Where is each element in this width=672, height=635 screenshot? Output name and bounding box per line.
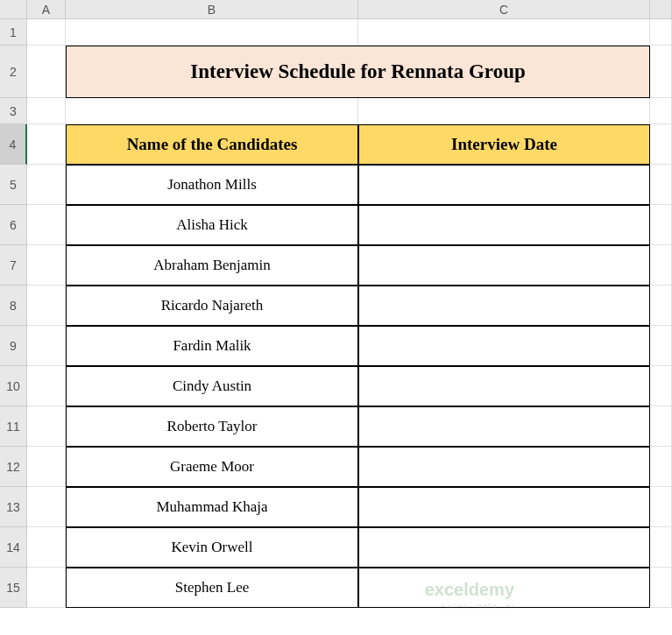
select-all-corner[interactable]	[0, 0, 27, 19]
cell-c1[interactable]	[358, 19, 650, 46]
cell-a11[interactable]	[27, 406, 66, 447]
row-10: 10 Cindy Austin	[0, 366, 672, 406]
column-header-c[interactable]: C	[358, 0, 650, 19]
cell-a14[interactable]	[27, 527, 66, 568]
row-8: 8 Ricardo Najareth	[0, 286, 672, 326]
row-11: 11 Roberto Taylor	[0, 406, 672, 447]
candidate-name[interactable]: Kevin Orwell	[66, 527, 358, 568]
interview-date[interactable]	[358, 245, 650, 286]
row-header-7[interactable]: 7	[0, 245, 27, 286]
row-header-11[interactable]: 11	[0, 406, 27, 447]
row-1: 1	[0, 19, 672, 46]
cell-d15[interactable]	[650, 568, 672, 608]
cell-a3[interactable]	[27, 98, 66, 124]
row-header-9[interactable]: 9	[0, 326, 27, 366]
cell-d12[interactable]	[650, 447, 672, 487]
candidate-name[interactable]: Graeme Moor	[66, 447, 358, 487]
cell-a7[interactable]	[27, 245, 66, 286]
row-header-5[interactable]: 5	[0, 165, 27, 205]
interview-date[interactable]	[358, 568, 650, 608]
row-6: 6 Alisha Hick	[0, 205, 672, 245]
row-header-10[interactable]: 10	[0, 366, 27, 406]
interview-date[interactable]	[358, 406, 650, 447]
cell-d2[interactable]	[650, 46, 672, 98]
candidate-name[interactable]: Ricardo Najareth	[66, 286, 358, 326]
cell-a6[interactable]	[27, 205, 66, 245]
candidate-name[interactable]: Roberto Taylor	[66, 406, 358, 447]
cell-d9[interactable]	[650, 326, 672, 366]
interview-date[interactable]	[358, 326, 650, 366]
row-header-2[interactable]: 2	[0, 46, 27, 98]
candidate-name[interactable]: Alisha Hick	[66, 205, 358, 245]
row-12: 12 Graeme Moor	[0, 447, 672, 487]
cell-b1[interactable]	[66, 19, 358, 46]
cell-a13[interactable]	[27, 487, 66, 527]
column-headers: A B C	[0, 0, 672, 19]
row-header-3[interactable]: 3	[0, 98, 27, 124]
candidate-name[interactable]: Abraham Benjamin	[66, 245, 358, 286]
cell-d14[interactable]	[650, 527, 672, 568]
cell-a1[interactable]	[27, 19, 66, 46]
cell-a9[interactable]	[27, 326, 66, 366]
interview-date[interactable]	[358, 527, 650, 568]
cell-a15[interactable]	[27, 568, 66, 608]
candidate-name[interactable]: Cindy Austin	[66, 366, 358, 406]
interview-date[interactable]	[358, 366, 650, 406]
title-cell[interactable]: Interview Schedule for Rennata Group	[66, 46, 650, 98]
row-7: 7 Abraham Benjamin	[0, 245, 672, 286]
row-header-14[interactable]: 14	[0, 527, 27, 568]
cell-c3[interactable]	[358, 98, 650, 124]
cell-d13[interactable]	[650, 487, 672, 527]
column-header-b[interactable]: B	[66, 0, 358, 19]
row-header-12[interactable]: 12	[0, 447, 27, 487]
row-header-4[interactable]: 4	[0, 124, 27, 165]
cell-d8[interactable]	[650, 286, 672, 326]
header-candidates[interactable]: Name of the Candidates	[66, 124, 358, 165]
cell-a5[interactable]	[27, 165, 66, 205]
row-3: 3	[0, 98, 672, 124]
row-4: 4 Name of the Candidates Interview Date	[0, 124, 672, 165]
cell-d4[interactable]	[650, 124, 672, 165]
interview-date[interactable]	[358, 447, 650, 487]
cell-a2[interactable]	[27, 46, 66, 98]
column-header-a[interactable]: A	[27, 0, 66, 19]
candidate-name[interactable]: Fardin Malik	[66, 326, 358, 366]
row-5: 5 Jonathon Mills	[0, 165, 672, 205]
cell-a8[interactable]	[27, 286, 66, 326]
row-header-8[interactable]: 8	[0, 286, 27, 326]
row-header-6[interactable]: 6	[0, 205, 27, 245]
row-header-13[interactable]: 13	[0, 487, 27, 527]
interview-date[interactable]	[358, 487, 650, 527]
candidate-name[interactable]: Muhammad Khaja	[66, 487, 358, 527]
row-header-15[interactable]: 15	[0, 568, 27, 608]
row-14: 14 Kevin Orwell	[0, 527, 672, 568]
cell-a12[interactable]	[27, 447, 66, 487]
cell-d5[interactable]	[650, 165, 672, 205]
candidate-name[interactable]: Stephen Lee	[66, 568, 358, 608]
interview-date[interactable]	[358, 286, 650, 326]
header-interview-date[interactable]: Interview Date	[358, 124, 650, 165]
cell-b3[interactable]	[66, 98, 358, 124]
cell-a10[interactable]	[27, 366, 66, 406]
candidate-name[interactable]: Jonathon Mills	[66, 165, 358, 205]
cell-d10[interactable]	[650, 366, 672, 406]
cell-d11[interactable]	[650, 406, 672, 447]
cell-d6[interactable]	[650, 205, 672, 245]
column-header-d[interactable]	[650, 0, 672, 19]
cell-d3[interactable]	[650, 98, 672, 124]
row-15: 15 Stephen Lee	[0, 568, 672, 608]
row-2: 2 Interview Schedule for Rennata Group	[0, 46, 672, 98]
row-13: 13 Muhammad Khaja	[0, 487, 672, 527]
cell-d1[interactable]	[650, 19, 672, 46]
row-header-1[interactable]: 1	[0, 19, 27, 46]
cell-a4[interactable]	[27, 124, 66, 165]
cell-d7[interactable]	[650, 245, 672, 286]
interview-date[interactable]	[358, 165, 650, 205]
spreadsheet-grid: A B C 1 2 Interview Schedule for Rennata…	[0, 0, 672, 635]
interview-date[interactable]	[358, 205, 650, 245]
row-9: 9 Fardin Malik	[0, 326, 672, 366]
